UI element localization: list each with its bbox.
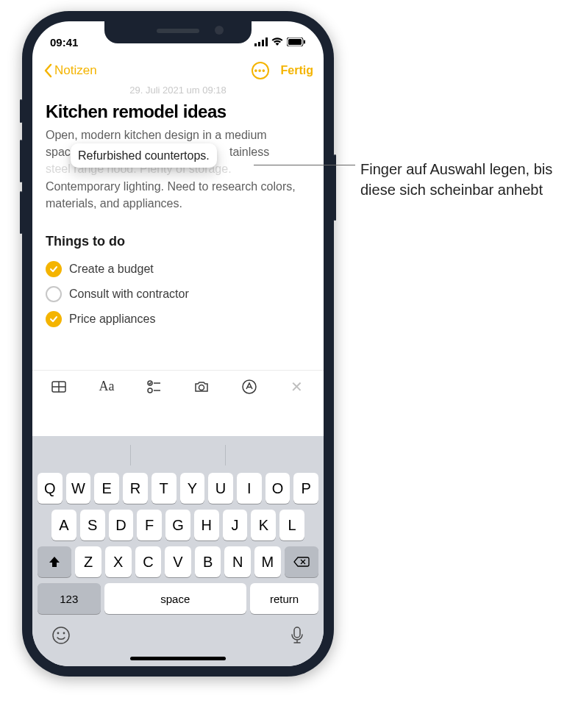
table-button[interactable] [46,377,72,397]
key-backspace[interactable] [285,546,318,577]
note-body-line2-post: tainless [229,146,269,158]
keyboard: Q W E R T Y U I O P A S D F G H [32,436,324,666]
todo-list: Create a budget Consult with contractor … [46,257,310,332]
chevron-left-icon [43,63,53,78]
key-r[interactable]: R [123,473,148,504]
key-x[interactable]: X [105,546,132,577]
svg-rect-19 [294,627,300,638]
markup-icon [240,378,258,396]
key-p[interactable]: P [293,473,318,504]
floating-selection-text: Refurbished countertops. [78,149,210,162]
key-row-4: 123 space return [35,580,321,617]
checkbox-checked-icon[interactable] [46,311,62,327]
suggestion-cell[interactable] [131,440,226,470]
todo-label: Create a budget [69,263,154,276]
more-button[interactable]: ••• [252,62,269,79]
note-title[interactable]: Kitchen remodel ideas [46,101,310,122]
key-z[interactable]: Z [75,546,101,577]
keyboard-bottom-row [35,617,321,652]
markup-button[interactable] [236,377,263,397]
screen: 09:41 Notizen [32,21,324,666]
close-toolbar-button[interactable]: ✕ [284,377,310,397]
key-f[interactable]: F [137,510,162,540]
svg-rect-0 [254,43,257,46]
emoji-button[interactable] [51,626,71,648]
back-label: Notizen [54,63,97,78]
key-s[interactable]: S [80,510,105,540]
key-b[interactable]: B [195,546,221,577]
format-toolbar: Aa ✕ [32,370,324,403]
floating-selection[interactable]: Refurbished countertops. [71,143,217,168]
phone-frame: 09:41 Notizen [22,11,334,677]
svg-rect-2 [262,40,264,46]
back-button[interactable]: Notizen [43,63,97,78]
key-l[interactable]: L [279,510,304,540]
callout-leader-line [254,165,355,165]
key-i[interactable]: I [237,473,262,504]
suggestion-cell[interactable] [226,440,321,470]
key-u[interactable]: U [208,473,233,504]
battery-icon [287,36,306,49]
key-shift[interactable] [38,546,71,577]
callout-text: Finger auf Auswahl legen, bis diese sich… [360,159,566,200]
note-body-line1: Open, modern kitchen design in a medium [46,129,267,141]
todo-item[interactable]: Create a budget [46,257,310,282]
key-g[interactable]: G [165,510,190,540]
key-d[interactable]: D [109,510,134,540]
svg-point-16 [53,627,69,643]
cellular-icon [254,36,268,49]
svg-point-12 [148,388,152,393]
shift-icon [48,555,61,568]
notch [104,21,252,43]
suggestion-cell[interactable] [35,440,130,470]
checkbox-checked-icon[interactable] [46,261,62,277]
svg-point-18 [63,632,65,635]
svg-point-14 [199,385,204,390]
todo-item[interactable]: Consult with contractor [46,282,310,307]
svg-rect-3 [265,38,268,46]
suggestion-bar [35,440,321,470]
note-date: 29. Juli 2021 um 09:18 [32,85,324,96]
key-w[interactable]: W [66,473,91,504]
key-return[interactable]: return [250,583,318,614]
dictation-button[interactable] [290,626,304,648]
svg-rect-6 [304,40,305,43]
svg-point-17 [57,632,60,635]
todo-item[interactable]: Price appliances [46,307,310,332]
note-body-rest: Contemporary lighting. Need to research … [46,180,296,210]
camera-icon [193,378,210,396]
emoji-icon [51,626,71,645]
key-q[interactable]: Q [38,473,63,504]
key-v[interactable]: V [165,546,191,577]
key-h[interactable]: H [194,510,219,540]
checkbox-empty-icon[interactable] [46,286,62,302]
key-t[interactable]: T [152,473,177,504]
home-indicator[interactable] [130,657,226,660]
checklist-icon [146,378,163,396]
key-row-2: A S D F G H J K L [35,507,321,543]
subheading[interactable]: Things to do [46,234,310,249]
key-row-3: Z X C V B N M [35,543,321,580]
key-k[interactable]: K [251,510,276,540]
key-c[interactable]: C [135,546,162,577]
key-n[interactable]: N [224,546,251,577]
camera-button[interactable] [188,377,215,397]
key-y[interactable]: Y [180,473,205,504]
key-j[interactable]: J [223,510,248,540]
todo-label: Price appliances [69,313,155,326]
checklist-button[interactable] [141,377,168,397]
nav-bar: Notizen ••• Fertig [32,54,324,85]
ellipsis-icon: ••• [254,66,266,75]
key-e[interactable]: E [94,473,119,504]
svg-rect-1 [258,42,260,46]
text-format-button[interactable]: Aa [93,377,120,397]
key-a[interactable]: A [51,510,76,540]
note-body[interactable]: Open, modern kitchen design in a medium … [46,126,310,212]
backspace-icon [293,556,310,568]
done-button[interactable]: Fertig [281,64,313,77]
key-o[interactable]: O [265,473,290,504]
key-numeric[interactable]: 123 [38,583,101,614]
note-content[interactable]: Kitchen remodel ideas Open, modern kitch… [32,96,324,332]
key-m[interactable]: M [254,546,281,577]
key-space[interactable]: space [104,583,246,614]
